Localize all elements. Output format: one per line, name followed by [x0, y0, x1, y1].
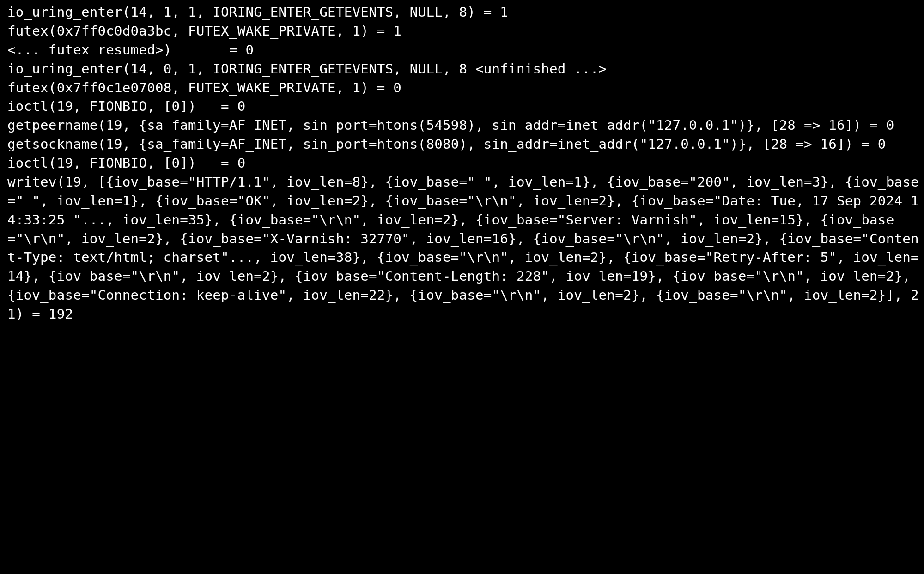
terminal-output[interactable]: io_uring_enter(14, 1, 1, IORING_ENTER_GE… — [0, 0, 924, 326]
